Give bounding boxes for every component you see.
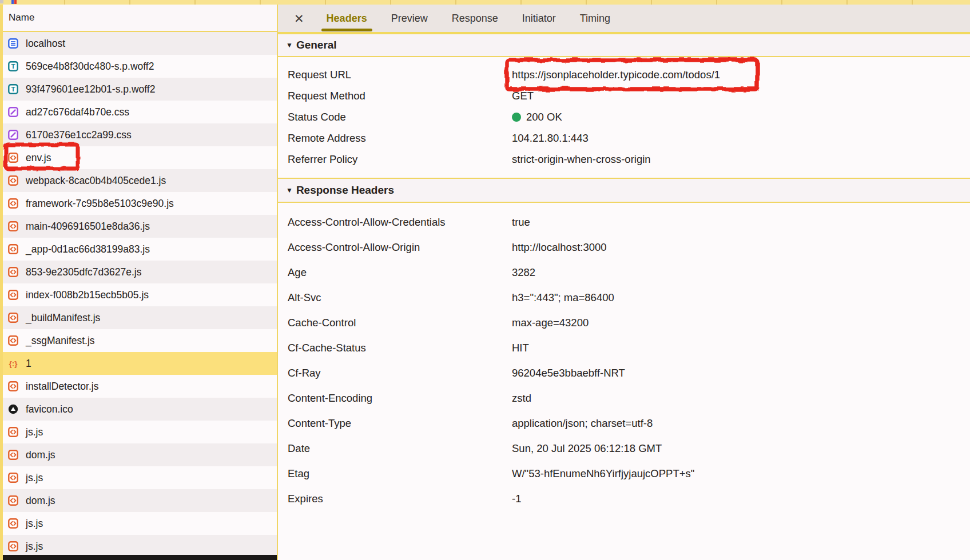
request-row[interactable]: main-4096916501e8da36.js [3, 215, 277, 238]
tab-preview[interactable]: Preview [389, 5, 430, 32]
header-name: Expires [278, 493, 512, 505]
request-row[interactable]: js.js [3, 512, 277, 535]
request-row[interactable]: T93f479601ee12b01-s.p.woff2 [3, 78, 277, 101]
status-green-dot [512, 113, 521, 122]
tab-initiator[interactable]: Initiator [520, 5, 558, 32]
section-response-headers: ▼Response HeadersAccess-Control-Allow-Cr… [278, 178, 970, 519]
requests-column-header[interactable]: Name [3, 5, 277, 32]
header-name: Cf-Ray [278, 367, 512, 379]
js-icon [8, 221, 18, 231]
request-name-label: 6170e376e1cc2a99.css [26, 129, 132, 141]
header-name: Age [278, 266, 512, 279]
tab-label: Preview [391, 13, 428, 25]
js-icon [8, 198, 18, 209]
tab-headers[interactable]: Headers [325, 5, 369, 32]
detail-row: Content-Encodingzstd [278, 386, 970, 411]
request-row[interactable]: js.js [3, 466, 277, 489]
network-overview-strip[interactable] [0, 0, 970, 5]
detail-row: Request MethodGET [278, 85, 970, 106]
detail-row: Alt-Svch3=":443"; ma=86400 [278, 285, 970, 310]
js-icon [8, 335, 18, 346]
request-row[interactable]: 853-9e2305dfc7d3627e.js [3, 261, 277, 283]
detail-row: Remote Address104.21.80.1:443 [278, 127, 970, 149]
tab-label: Initiator [522, 13, 556, 25]
request-row[interactable]: ad27c676daf4b70e.css [3, 101, 277, 123]
header-name: Remote Address [278, 132, 512, 145]
js-icon [8, 541, 18, 551]
header-value: http://localhost:3000 [512, 241, 607, 254]
header-value: -1 [512, 493, 521, 505]
header-name: Request Method [278, 90, 512, 102]
tab-response[interactable]: Response [450, 5, 500, 32]
request-name-label: webpack-8cac0b4b405cede1.js [26, 175, 166, 187]
request-row[interactable]: js.js [3, 535, 277, 558]
request-row[interactable]: {:}1 [3, 352, 277, 375]
js-icon [8, 153, 18, 163]
close-details-button[interactable]: ✕ [294, 13, 304, 25]
svg-text:T: T [11, 86, 15, 93]
header-value: HIT [512, 342, 529, 354]
header-value: true [512, 216, 530, 229]
detail-row: Age3282 [278, 260, 970, 285]
request-name-label: env.js [26, 152, 51, 164]
svg-text:{:}: {:} [9, 359, 18, 368]
detail-row: Cf-Cache-StatusHIT [278, 335, 970, 361]
detail-row: Referrer Policystrict-origin-when-cross-… [278, 149, 970, 170]
request-row[interactable]: dom.js [3, 489, 277, 512]
request-name-label: _ssgManifest.js [26, 335, 95, 347]
document-icon [8, 38, 18, 49]
request-row[interactable]: favicon.ico [3, 398, 277, 421]
header-value: Sun, 20 Jul 2025 06:12:18 GMT [512, 442, 662, 455]
request-row[interactable]: webpack-8cac0b4b405cede1.js [3, 169, 277, 192]
section-header-general[interactable]: ▼General [278, 34, 970, 57]
header-value: max-age=43200 [512, 317, 589, 329]
request-details-panel: ✕ HeadersPreviewResponseInitiatorTiming … [278, 5, 970, 560]
header-name: Etag [278, 467, 512, 480]
favicon-icon [8, 404, 18, 414]
request-row[interactable]: js.js [3, 421, 277, 443]
detail-row: Expires-1 [278, 486, 970, 511]
section-header-response-headers[interactable]: ▼Response Headers [278, 178, 970, 203]
detail-row: EtagW/"53-hfEnumeNh6YirfjyjaujcOPPT+s" [278, 461, 970, 486]
request-row[interactable]: dom.js [3, 443, 277, 466]
request-name-label: installDetector.js [26, 381, 98, 393]
js-icon [8, 495, 18, 506]
tab-label: Headers [327, 13, 367, 25]
header-name: Cache-Control [278, 317, 512, 329]
js-icon [8, 267, 18, 277]
js-icon [8, 473, 18, 483]
request-row[interactable]: T569ce4b8f30dc480-s.p.woff2 [3, 55, 277, 78]
request-row[interactable]: 6170e376e1cc2a99.css [3, 123, 277, 146]
request-row[interactable]: _app-0d1ac66d38199a83.js [3, 238, 277, 261]
js-icon [8, 518, 18, 529]
request-row[interactable]: index-f008b2b15ecb5b05.js [3, 283, 277, 306]
request-name-label: dom.js [26, 495, 55, 507]
collapse-triangle-icon: ▼ [286, 186, 293, 194]
detail-row: DateSun, 20 Jul 2025 06:12:18 GMT [278, 436, 970, 461]
request-name-label: main-4096916501e8da36.js [26, 221, 150, 233]
header-value: 96204e5e3bbaebff-NRT [512, 367, 625, 379]
detail-row: Cache-Controlmax-age=43200 [278, 310, 970, 335]
section-title: Response Headers [296, 184, 394, 197]
header-name: Access-Control-Allow-Origin [278, 241, 512, 254]
request-name-label: js.js [26, 426, 43, 438]
request-name-label: js.js [26, 472, 43, 484]
request-row[interactable]: _buildManifest.js [3, 306, 277, 329]
request-row[interactable]: localhost [3, 32, 277, 55]
request-row[interactable]: installDetector.js [3, 375, 277, 398]
request-name-label: 853-9e2305dfc7d3627e.js [26, 266, 141, 278]
overview-blue-tick [11, 0, 14, 4]
request-name-label: localhost [26, 38, 65, 50]
section-rows: Request URLhttps://jsonplaceholder.typic… [278, 57, 970, 178]
request-row[interactable]: _ssgManifest.js [3, 329, 277, 352]
header-name: Status Code [278, 111, 512, 123]
font-icon: T [8, 61, 18, 71]
tab-label: Timing [580, 13, 610, 25]
tab-timing[interactable]: Timing [578, 5, 612, 32]
request-name-label: ad27c676daf4b70e.css [26, 106, 129, 118]
request-name-label: framework-7c95b8e5103c9e90.js [26, 198, 174, 210]
request-row[interactable]: framework-7c95b8e5103c9e90.js [3, 192, 277, 215]
detail-row: Access-Control-Allow-Originhttp://localh… [278, 235, 970, 260]
header-value: 3282 [512, 266, 535, 279]
request-row[interactable]: env.js [3, 146, 277, 169]
